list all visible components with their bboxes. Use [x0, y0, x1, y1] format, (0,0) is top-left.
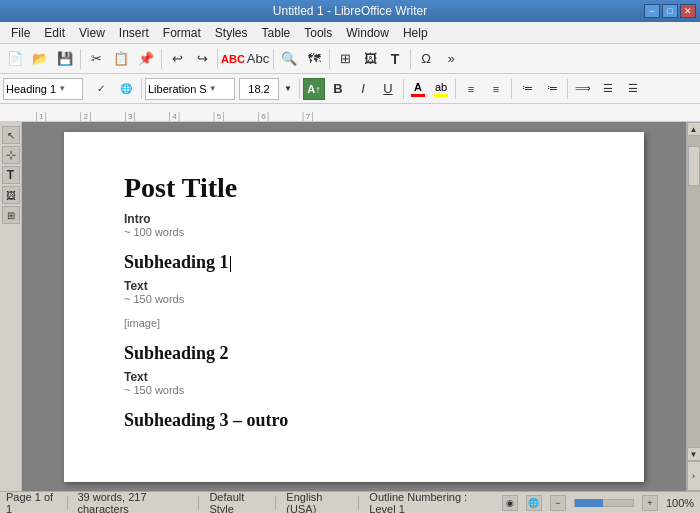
style-dropdown[interactable]: Heading 1 ▼	[3, 78, 83, 100]
font-size-input[interactable]	[239, 78, 279, 100]
tool-image[interactable]: 🖼	[2, 186, 20, 204]
menu-format[interactable]: Format	[156, 24, 208, 42]
maximize-button[interactable]: □	[662, 4, 678, 18]
zoom-slider-fill	[575, 499, 603, 507]
doc-style: Default Style	[209, 491, 265, 514]
tool-table[interactable]: ⊞	[2, 206, 20, 224]
table-button[interactable]: ⊞	[333, 47, 357, 71]
align-center-btn[interactable]: ≡	[484, 77, 508, 101]
redo-button[interactable]: ↪	[190, 47, 214, 71]
formatting-toolbar: Heading 1 ▼ ✓ 🌐 Liberation S ▼ ▼ A↑ B I …	[0, 74, 700, 104]
special-char-button[interactable]: Ω	[414, 47, 438, 71]
view-normal-btn[interactable]: ◉	[502, 495, 518, 511]
increase-font-btn[interactable]: A↑	[303, 78, 325, 100]
list-unordered-btn[interactable]: ≔	[515, 77, 539, 101]
close-button[interactable]: ✕	[680, 4, 696, 18]
subheading1: Subheading 1	[124, 252, 594, 273]
subheading2: Subheading 2	[124, 343, 594, 364]
menu-view[interactable]: View	[72, 24, 112, 42]
copy-button[interactable]: 📋	[109, 47, 133, 71]
scroll-thumb[interactable]	[688, 146, 700, 186]
image-button[interactable]: 🖼	[358, 47, 382, 71]
undo-button[interactable]: ↩	[165, 47, 189, 71]
align-right-justify-btn[interactable]: ☰	[621, 77, 645, 101]
find-button[interactable]: 🔍	[277, 47, 301, 71]
menu-tools[interactable]: Tools	[297, 24, 339, 42]
zoom-slider[interactable]	[574, 499, 634, 507]
list-ordered-btn[interactable]: ≔	[540, 77, 564, 101]
spellcheck-button[interactable]: ABC	[221, 47, 245, 71]
text1-label: Text	[124, 279, 594, 293]
paste-button[interactable]: 📌	[134, 47, 158, 71]
minimize-button[interactable]: −	[644, 4, 660, 18]
align-justify-btn[interactable]: ☰	[596, 77, 620, 101]
highlight-color-btn[interactable]: ab	[430, 78, 452, 100]
text2-label: Text	[124, 370, 594, 384]
navigator-button[interactable]: 🗺	[302, 47, 326, 71]
view-web-btn[interactable]: 🌐	[526, 495, 542, 511]
style-browse-btn[interactable]: 🌐	[114, 77, 138, 101]
toolbar-sep-2	[161, 49, 162, 69]
style-apply-btn[interactable]: ✓	[89, 77, 113, 101]
underline-button[interactable]: U	[376, 77, 400, 101]
font-color-btn[interactable]: A	[407, 78, 429, 100]
scroll-track[interactable]	[687, 136, 701, 447]
toolbar-sep-3	[217, 49, 218, 69]
fmt-sep-3	[403, 79, 404, 99]
font-value: Liberation S	[148, 83, 207, 95]
document-area[interactable]: Post Title Intro ~ 100 words Subheading …	[22, 122, 686, 491]
doc-post-title: Post Title	[124, 172, 594, 204]
menu-table[interactable]: Table	[255, 24, 298, 42]
scroll-up-button[interactable]: ▲	[687, 122, 701, 136]
style-value: Heading 1	[6, 83, 56, 95]
font-color-bar	[411, 94, 425, 97]
font-color-icon: A	[414, 81, 422, 93]
highlight-icon: ab	[435, 81, 447, 93]
text-cursor	[230, 256, 231, 272]
italic-button[interactable]: I	[351, 77, 375, 101]
status-sep-3	[275, 496, 276, 510]
save-button[interactable]: 💾	[53, 47, 77, 71]
menu-styles[interactable]: Styles	[208, 24, 255, 42]
scroll-down-button[interactable]: ▼	[687, 447, 701, 461]
more-button[interactable]: »	[439, 47, 463, 71]
textbox-button[interactable]: T	[383, 47, 407, 71]
fmt-sep-4	[455, 79, 456, 99]
menu-edit[interactable]: Edit	[37, 24, 72, 42]
window-controls: − □ ✕	[644, 4, 696, 18]
highlight-color-bar	[434, 94, 448, 97]
bold-button[interactable]: B	[326, 77, 350, 101]
subheading3: Subheading 3 – outro	[124, 410, 594, 431]
toolbar-sep-5	[329, 49, 330, 69]
new-button[interactable]: 📄	[3, 47, 27, 71]
font-size-arrow[interactable]: ▼	[280, 77, 296, 101]
font-dropdown[interactable]: Liberation S ▼	[145, 78, 235, 100]
status-sep-1	[67, 496, 68, 510]
tool-cursor[interactable]: ⊹	[2, 146, 20, 164]
align-left-btn[interactable]: ≡	[459, 77, 483, 101]
collapse-panel-button[interactable]: ›	[687, 461, 701, 491]
zoom-out-btn[interactable]: −	[550, 495, 566, 511]
statusbar: Page 1 of 1 39 words, 217 characters Def…	[0, 491, 700, 513]
toolbar-sep-4	[273, 49, 274, 69]
zoom-in-btn[interactable]: +	[642, 495, 658, 511]
fmt-sep-5	[511, 79, 512, 99]
menu-insert[interactable]: Insert	[112, 24, 156, 42]
tool-text[interactable]: T	[2, 166, 20, 184]
open-button[interactable]: 📂	[28, 47, 52, 71]
left-sidebar: ↖ ⊹ T 🖼 ⊞	[0, 122, 22, 491]
fmt-sep-2	[299, 79, 300, 99]
cut-button[interactable]: ✂	[84, 47, 108, 71]
autocorrect-button[interactable]: Abc	[246, 47, 270, 71]
menu-help[interactable]: Help	[396, 24, 435, 42]
main-area: ↖ ⊹ T 🖼 ⊞ Post Title Intro ~ 100 words S…	[0, 122, 700, 491]
menu-file[interactable]: File	[4, 24, 37, 42]
word-count: 39 words, 217 characters	[77, 491, 188, 514]
tool-arrow[interactable]: ↖	[2, 126, 20, 144]
style-dropdown-arrow: ▼	[58, 84, 66, 93]
indent-more-btn[interactable]: ⟹	[571, 77, 595, 101]
ruler-marks: │1│ │2│ │3│ │4│ │5│ │6│ │7│	[34, 104, 345, 121]
menu-window[interactable]: Window	[339, 24, 396, 42]
font-dropdown-arrow: ▼	[209, 84, 217, 93]
scrollbar-right: ▲ ▼ ›	[686, 122, 700, 491]
